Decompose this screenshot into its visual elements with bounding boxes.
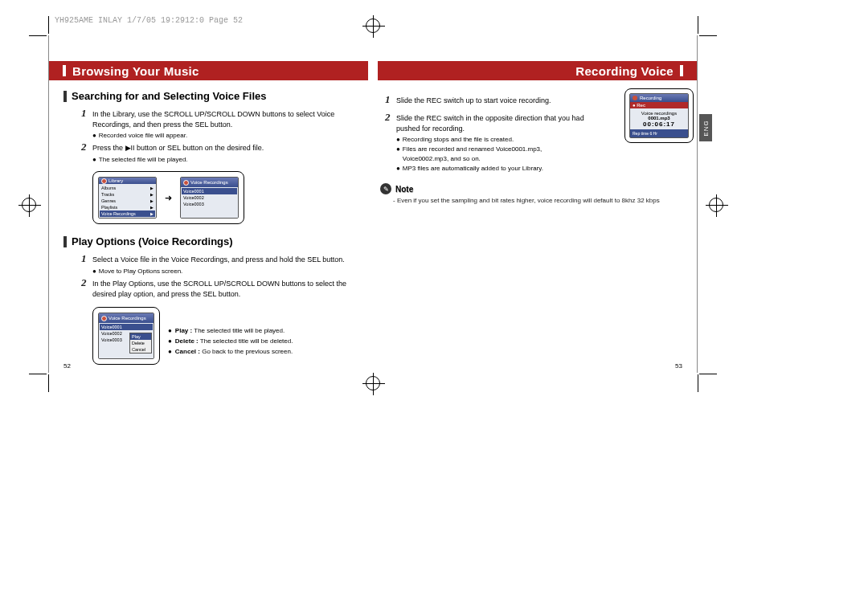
- lcd-timer: 00:06:17: [630, 121, 688, 128]
- blank-area: [0, 402, 868, 613]
- section-title: Searching for and Selecting Voice Files: [72, 90, 267, 102]
- bullet-dot-icon: ●: [396, 164, 400, 174]
- options-legend: ●Play : The selected title will be playe…: [168, 326, 359, 357]
- lcd-title: Voice Recordings: [190, 180, 228, 185]
- lcd-row: Tracks▶: [100, 191, 155, 198]
- step-number: 2: [385, 111, 396, 124]
- step-number: 1: [81, 107, 92, 120]
- right-header-bar: Recording Voice: [378, 61, 697, 80]
- registration-mark: [366, 376, 380, 390]
- header-tick-icon: [680, 65, 683, 76]
- lcd-logo-icon: [101, 178, 107, 184]
- lcd-logo-icon: [633, 96, 637, 100]
- note-row: ✎ Note: [380, 183, 682, 194]
- option-line: ●Play : The selected title will be playe…: [168, 326, 359, 337]
- registration-mark: [366, 18, 380, 33]
- popup-menu: Play Delete Cancel: [129, 333, 152, 353]
- bullet-line: ●MP3 files are automatically added to yo…: [396, 164, 682, 174]
- bullet-dot-icon: ●: [168, 337, 172, 347]
- note-icon: ✎: [380, 183, 391, 194]
- crop-mark: [48, 16, 49, 34]
- lcd-body: Voice0001 Voice0002 Voice0003: [181, 187, 238, 218]
- lcd-row: Albums▶: [100, 185, 155, 191]
- lcd-body: Albums▶ Tracks▶ Genres▶ Playlists▶ Voice…: [99, 184, 156, 218]
- lcd-logo-icon: [101, 316, 107, 321]
- bullet-dot-icon: ●: [92, 155, 96, 165]
- imposition-header: YH925AME INLAY 1/7/05 19:2912:0 Page 52: [55, 16, 243, 25]
- bullet-dot-icon: ●: [92, 267, 96, 276]
- lcd-recording: Recording ● Rec Voice recordings 0001.mp…: [629, 93, 689, 138]
- lcd-voice-recordings: Voice Recordings Voice0001 Voice0002 Voi…: [180, 177, 239, 219]
- bullet-dot-icon: ●: [396, 135, 400, 145]
- bullet-dot-icon: ●: [92, 131, 96, 141]
- section-heading: Searching for and Selecting Voice Files: [63, 90, 359, 102]
- lcd-title: Library: [108, 178, 123, 183]
- lcd-row-selected: Voice0001: [100, 324, 153, 330]
- page-number: 53: [675, 362, 682, 370]
- bullet-line: ●The selected file will be played.: [92, 155, 359, 165]
- language-tab: ENG: [699, 114, 712, 141]
- bullet-text: Recorded voice file will appear.: [99, 131, 187, 141]
- step-row: 2 Press the ▶II button or SEL button on …: [81, 141, 359, 153]
- lcd-titlebar: Recording: [630, 94, 688, 102]
- lcd-titlebar: Voice Recordings: [99, 313, 154, 323]
- note-label: Note: [395, 185, 413, 194]
- lcd-library: Library Albums▶ Tracks▶ Genres▶ Playlist…: [98, 177, 157, 219]
- crop-mark: [698, 16, 698, 34]
- bullet-dot-icon: ●: [168, 326, 172, 337]
- step-row: 1 Select a Voice file in the Voice Recor…: [81, 252, 359, 265]
- step-number: 1: [81, 252, 92, 265]
- option-line: ●Cancel : Go back to the previous screen…: [168, 347, 359, 358]
- bullet-text: MP3 files are automatically added to you…: [403, 164, 543, 174]
- popup-row: Delete: [130, 340, 151, 346]
- lcd-row: Voice0002: [182, 194, 237, 201]
- bullet-line: ●Files are recorded and renamed Voice000…: [396, 145, 589, 164]
- lcd-titlebar: Library: [99, 178, 156, 184]
- bullet-line: ●Move to Play Options screen.: [92, 267, 359, 276]
- lcd-row: Genres▶: [100, 198, 155, 204]
- option-line: ●Delete : The selected title will be del…: [168, 337, 359, 347]
- popup-row: Cancel: [130, 346, 151, 353]
- crop-mark: [699, 374, 717, 374]
- lcd-row: Playlists▶: [100, 204, 155, 210]
- step-number: 1: [385, 93, 396, 106]
- step-row: 1 In the Library, use the SCROLL UP/SCRO…: [81, 107, 359, 129]
- step-text: Select a Voice file in the Voice Recordi…: [92, 252, 345, 265]
- bullet-text: Recording stops and the file is created.: [403, 135, 514, 145]
- step-text: In the Play Options, use the SCROLL UP/S…: [92, 276, 359, 299]
- bullet-text: The selected file will be played.: [99, 155, 188, 165]
- step-text: Slide the REC switch in the opposite dir…: [396, 111, 593, 133]
- lcd-rec-indicator: ● Rec: [630, 102, 688, 108]
- step-number: 2: [81, 141, 92, 153]
- lcd-row: Voice0003: [182, 201, 237, 207]
- lcd-row-selected: Voice0001: [182, 188, 237, 194]
- crop-mark: [29, 35, 47, 36]
- crop-mark: [698, 374, 698, 392]
- registration-mark: [709, 198, 723, 212]
- page-right: Recording Voice ENG 1 Slide the REC swit…: [372, 35, 697, 373]
- language-label: ENG: [702, 120, 710, 136]
- header-tick-icon: [63, 65, 66, 76]
- bullet-text: Move to Play Options screen.: [99, 267, 183, 276]
- left-page-title: Browsing Your Music: [72, 64, 199, 78]
- step-text: Slide the REC switch up to start voice r…: [396, 93, 551, 106]
- note-text: - Even if you set the sampling and bit r…: [393, 197, 682, 204]
- figure-frame: Library Albums▶ Tracks▶ Genres▶ Playlist…: [92, 171, 244, 224]
- lcd-footer: Rep time 6 Hr: [630, 129, 688, 137]
- section-bullet-icon: [63, 91, 67, 102]
- figure-frame: Recording ● Rec Voice recordings 0001.mp…: [624, 88, 694, 143]
- registration-mark: [22, 198, 36, 212]
- bullet-line: ●Recorded voice file will appear.: [92, 131, 359, 141]
- crop-mark: [699, 35, 717, 36]
- lcd-rec-body: Voice recordings 0001.mp3 00:06:17: [630, 108, 688, 129]
- bullet-dot-icon: ●: [396, 145, 400, 164]
- section-title: Play Options (Voice Recordings): [72, 235, 233, 247]
- section-bullet-icon: [63, 236, 67, 247]
- arrow-right-icon: ➜: [165, 193, 172, 203]
- page-number: 52: [63, 362, 71, 370]
- lcd-body: Voice0001 Voice0002 Voice0003 Play Delet…: [99, 323, 154, 358]
- figure-frame: Voice Recordings Voice0001 Voice0002 Voi…: [92, 307, 160, 365]
- crop-mark: [29, 374, 47, 374]
- popup-row-selected: Play: [130, 333, 151, 340]
- right-page-title: Recording Voice: [575, 64, 674, 78]
